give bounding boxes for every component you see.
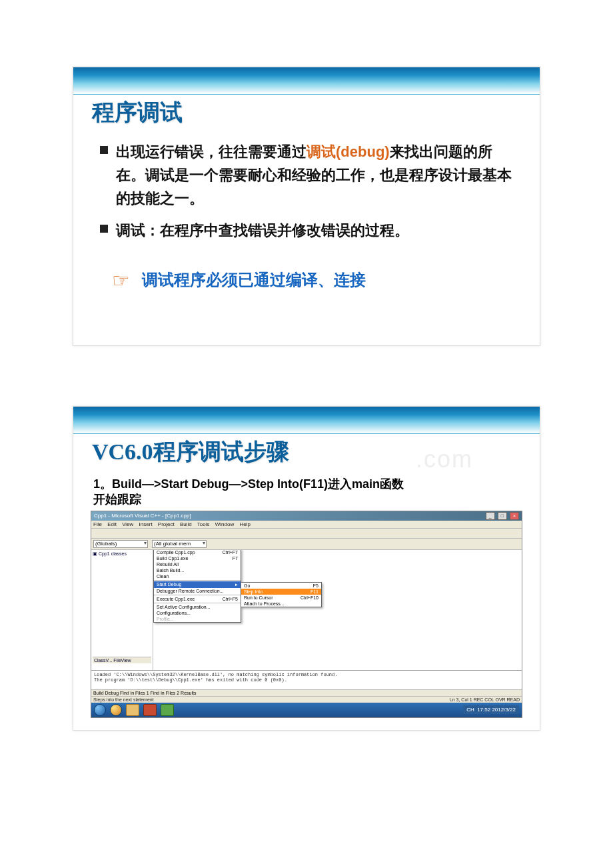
taskbar-app-explorer[interactable] [110, 704, 122, 716]
vc6-window: Cpp1 - Microsoft Visual C++ - [Cpp1.cpp]… [91, 511, 522, 718]
taskbar-app-folder[interactable] [126, 704, 139, 716]
bullet-item-1: 出现运行错误，往往需要通过调试(debug)来找出问题的所在。调试是一个需要耐心… [100, 140, 513, 211]
note-callout: ☞ 调试程序必须已通过编译、连接 [107, 269, 506, 292]
slide-program-debug: 程序调试 出现运行错误，往往需要通过调试(debug)来找出问题的所在。调试是一… [73, 67, 540, 346]
bullet1-highlight: 调试(debug) [306, 143, 390, 160]
vc6-titlebar: Cpp1 - Microsoft Visual C++ - [Cpp1.cpp]… [91, 511, 522, 521]
build-menu-dropdown: Compile Cpp1.cppCtrl+F7 Build Cpp1.exeF7… [153, 550, 241, 623]
status-left: Steps into the next statement [93, 697, 154, 702]
menu-build-exe[interactable]: Build Cpp1.exeF7 [154, 555, 241, 561]
vc6-window-title: Cpp1 - Microsoft Visual C++ - [Cpp1.cpp] [94, 513, 191, 519]
menu-file[interactable]: File [93, 521, 102, 527]
output-line-1: Loaded 'C:\\Windows\\System32\\KernelBas… [94, 672, 337, 677]
ime-indicator[interactable]: CH [466, 707, 474, 713]
menu-rebuild-all[interactable]: Rebuild All [154, 561, 241, 567]
vc6-combo-row: (Globals) (All global mem [91, 539, 522, 550]
menu-build[interactable]: Build [180, 521, 192, 527]
code-editor-area: #include void { } int r { } re } Compile… [153, 550, 522, 670]
menu-start-debug[interactable]: Start Debug▸ [154, 581, 241, 588]
status-bar: Steps into the next statement Ln 3, Col … [91, 696, 522, 703]
status-right: Ln 3, Col 1 REC COL OVR READ [450, 697, 520, 702]
step1-line2: 开始跟踪 [93, 493, 141, 506]
bullet-item-2: 调试：在程序中查找错误并修改错误的过程。 [100, 219, 513, 242]
menu-compile[interactable]: Compile Cpp1.cppCtrl+F7 [154, 550, 241, 555]
start-button[interactable] [94, 704, 106, 716]
taskbar-app-vc6[interactable] [143, 704, 157, 716]
output-tabs[interactable]: Build Debug Find in Files 1 Find in File… [91, 689, 522, 696]
minimize-button[interactable]: _ [486, 512, 495, 520]
menu-clean[interactable]: Clean [154, 573, 241, 579]
step1-line1: 1。Build—>Start Debug—>Step Into(F11)进入ma… [93, 477, 404, 491]
tree-root[interactable]: ▣ Cpp1 classes [93, 551, 151, 557]
taskbar-app-other[interactable] [161, 704, 174, 716]
submenu-attach-process[interactable]: Attach to Process... [241, 601, 321, 607]
menu-configurations[interactable]: Configurations... [154, 610, 241, 616]
vc6-toolbar [91, 529, 522, 539]
menu-tools[interactable]: Tools [197, 521, 210, 527]
menu-debugger-remote[interactable]: Debugger Remote Connection... [154, 588, 241, 594]
scope-combo[interactable]: (Globals) [93, 540, 148, 548]
start-debug-submenu: GoF5 Step IntoF11 Run to CursorCtrl+F10 … [241, 582, 322, 607]
pointing-hand-icon: ☞ [112, 269, 130, 292]
close-button[interactable]: × [510, 512, 519, 520]
output-panel: Loaded 'C:\\Windows\\System32\\KernelBas… [91, 670, 522, 689]
note-text: 调试程序必须已通过编译、连接 [142, 269, 366, 291]
bullet-text-2: 调试：在程序中查找错误并修改错误的过程。 [116, 219, 409, 242]
members-combo[interactable]: (All global mem [152, 540, 207, 548]
menu-batch-build[interactable]: Batch Build... [154, 567, 241, 573]
menu-view[interactable]: View [122, 521, 133, 527]
slide2-title-prefix: VC6.0 [92, 439, 153, 464]
menu-insert[interactable]: Insert [139, 521, 153, 527]
menu-set-active-config[interactable]: Set Active Configuration... [154, 604, 241, 610]
menu-profile: Profile... [154, 616, 241, 622]
submenu-go[interactable]: GoF5 [241, 583, 321, 589]
step1-text: 1。Build—>Start Debug—>Step Into(F11)进入ma… [93, 477, 540, 508]
slide2-title-body: 程序调试步骤 [153, 439, 289, 464]
maximize-button[interactable]: □ [498, 512, 507, 520]
windows-taskbar: CH 17:52 2012/3/22 [91, 703, 522, 717]
vc6-menubar: File Edit View Insert Project Build Tool… [91, 521, 522, 529]
menu-execute[interactable]: Execute Cpp1.exeCtrl+F5 [154, 596, 241, 602]
class-view-panel: ▣ Cpp1 classes ClassV... FileView [91, 550, 153, 670]
submenu-run-to-cursor[interactable]: Run to CursorCtrl+F10 [241, 595, 321, 601]
slide-header-decoration [73, 67, 540, 95]
left-panel-tabs[interactable]: ClassV... FileView [93, 657, 151, 663]
tray-clock: 17:52 2012/3/22 [477, 707, 516, 713]
window-control-buttons: _ □ × [484, 512, 519, 520]
menu-edit[interactable]: Edit [107, 521, 117, 527]
system-tray[interactable]: CH 17:52 2012/3/22 [463, 705, 519, 714]
menu-project[interactable]: Project [158, 521, 175, 527]
slide-header-decoration [73, 407, 540, 434]
menu-window[interactable]: Window [215, 521, 234, 527]
bullet-square-icon [100, 146, 108, 154]
bullet-text-1: 出现运行错误，往往需要通过调试(debug)来找出问题的所在。调试是一个需要耐心… [116, 140, 513, 211]
menu-help[interactable]: Help [239, 521, 250, 527]
output-line-2: The program 'D:\\test\\Debug\\Cpp1.exe' … [94, 677, 287, 683]
slide-vc6-debug-steps: VC6.0程序调试步骤 .com 1。Build—>Start Debug—>S… [73, 406, 540, 731]
bullet-square-icon [100, 225, 108, 233]
slide2-title: VC6.0程序调试步骤 [92, 437, 540, 467]
bullet1-part-a: 出现运行错误，往往需要通过 [116, 143, 306, 160]
slide1-title: 程序调试 [92, 97, 540, 128]
submenu-step-into[interactable]: Step IntoF11 [241, 589, 321, 595]
tree-root-label: Cpp1 classes [99, 551, 127, 556]
